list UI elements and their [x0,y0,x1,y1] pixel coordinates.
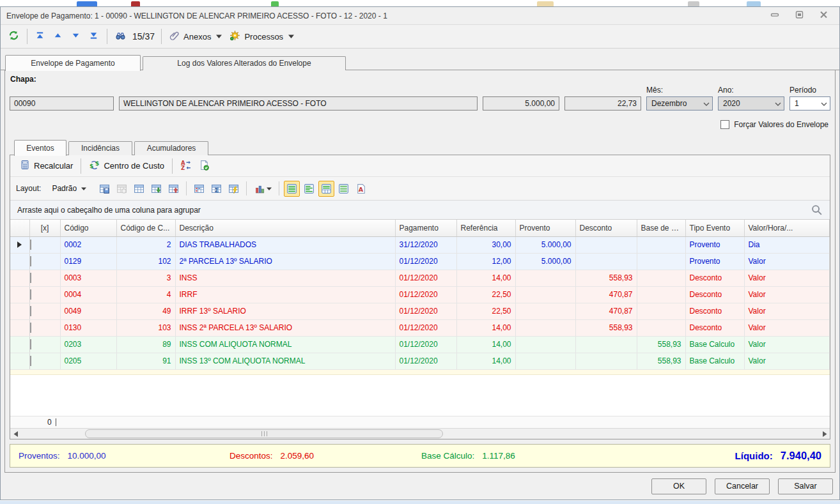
chevron-down-icon [81,187,86,190]
quick-calc-button[interactable] [226,181,242,197]
cell-referencia: 22,50 [456,303,515,319]
row-checkbox[interactable] [30,339,31,349]
anexos-button[interactable]: Anexos [166,27,226,45]
recalcular-button[interactable]: Recalcular [16,157,77,175]
forcar-valores-checkbox[interactable] [720,120,729,129]
grid-settings-button[interactable] [131,181,147,197]
liquido-value: 7.940,40 [781,450,821,462]
row-checkbox[interactable] [30,356,31,366]
row-checkbox-cell [29,336,60,353]
column-header-desconto[interactable]: Desconto [575,220,637,236]
ano-block: Ano: 2020 [718,86,784,111]
ano-select[interactable]: 2020 [718,96,784,111]
view-preview-button[interactable] [318,181,334,197]
next-record-button[interactable] [67,27,85,45]
ok-button[interactable]: OK [651,478,706,494]
maximize-button[interactable] [792,10,806,22]
record-count: 0 [47,418,52,427]
last-record-button[interactable] [85,27,103,45]
layout-preset-button[interactable]: Padrão [47,180,91,197]
row-indicator-cell [10,236,29,253]
first-record-button[interactable] [31,27,49,45]
scroll-right-button[interactable] [819,429,830,439]
row-checkbox[interactable] [30,289,31,300]
group-by-bar[interactable]: Arraste aqui o cabeçalho de uma coluna p… [10,201,830,220]
previous-record-button[interactable] [49,27,67,45]
cell-tipo-evento: Provento [685,253,744,270]
column-header-valor-hora[interactable]: Valor/Hora/... [744,220,830,236]
centro-de-custo-button[interactable]: $$ Centro de Custo [85,157,168,175]
processos-button[interactable]: Processos [226,27,298,45]
row-checkbox[interactable] [30,240,31,250]
column-header-select[interactable]: [x] [29,220,60,236]
salario-field[interactable]: 5.000,00 [483,96,559,111]
row-checkbox[interactable] [30,306,31,316]
scrollbar-track[interactable] [21,429,819,439]
delete-layout-button[interactable] [114,181,130,197]
row-checkbox[interactable] [30,273,31,283]
table-row[interactable]: 0130 103 INSS 2ª PARCELA 13º SALARIO 01/… [10,319,830,336]
table-row[interactable]: 0205 91 INSS 13º COM ALIQUOTA NORMAL 01/… [10,353,830,369]
scroll-left-button[interactable] [10,429,21,439]
view-rows-button[interactable] [336,181,352,197]
totals-sigma-button[interactable]: Σ [208,181,224,197]
search-records-button[interactable] [111,27,130,45]
tab-incidencias[interactable]: Incidências [68,141,132,155]
column-header-tipo-evento[interactable]: Tipo Evento [685,220,744,236]
layout-label: Layout: [16,184,41,193]
cell-codigo: 0049 [60,303,116,319]
column-header-descri-o[interactable]: Descrição [175,220,395,236]
sort-az-button[interactable]: AZ [176,157,195,175]
font-style-button[interactable]: A [353,181,369,197]
mes-select[interactable]: Dezembro [646,96,713,111]
valor-hora-field[interactable]: 22,73 [564,96,641,111]
column-header-base-de-c-l[interactable]: Base de Cál... [637,220,685,236]
column-header-pagamento[interactable]: Pagamento [395,220,456,236]
document-check-button[interactable] [195,157,214,175]
view-rows-icon [338,183,349,194]
tab-acumuladores[interactable]: Acumuladores [134,141,208,155]
minimize-button[interactable] [768,10,782,22]
row-checkbox[interactable] [30,323,31,333]
table-row[interactable]: 0003 3 INSS 01/12/2020 14,00 558,93 Desc… [10,270,830,286]
table-row[interactable]: 0002 2 DIAS TRABALHADOS 31/12/2020 30,00… [10,236,830,253]
column-header-c-digo[interactable]: Código [60,220,116,236]
column-header-refer-ncia[interactable]: Referência [456,220,515,236]
view-grid-lines-button[interactable] [284,181,300,197]
text-caret [56,418,56,426]
grid-new-row-strip[interactable] [10,370,830,375]
save-layout-button[interactable] [97,181,113,197]
background-icon-fragment [688,1,699,6]
table-row[interactable]: 0004 4 IRRF 01/12/2020 22,50 470,87 Desc… [10,286,830,303]
tab-eventos[interactable]: Eventos [14,140,66,156]
conditional-format-button[interactable] [191,181,207,197]
salvar-button[interactable]: Salvar [778,478,833,494]
employee-name-field[interactable]: WELLINGTON DE ALENCAR PRIMEIRO ACESSO - … [119,96,478,111]
events-grid: [x]CódigoCódigo de C...DescriçãoPagament… [10,220,830,439]
column-header-c-digo-de-c[interactable]: Código de C... [116,220,175,236]
export-layout-button[interactable] [148,181,164,197]
centro-de-custo-label: Centro de Custo [104,161,164,171]
close-button[interactable] [816,10,830,22]
cancelar-button[interactable]: Cancelar [715,478,770,494]
scrollbar-thumb[interactable] [85,429,443,438]
chapa-field[interactable]: 00090 [10,96,114,111]
tab-envelope-de-pagamento[interactable]: Envelope de Pagamento [5,55,141,71]
row-checkbox-cell [29,319,60,336]
table-row[interactable]: 0203 89 INSS COM ALIQUOTA NORMAL 01/12/2… [10,336,830,353]
chart-button[interactable] [251,181,274,197]
periodo-select[interactable]: 1 [789,96,830,111]
import-layout-button[interactable] [166,181,182,197]
events-table: [x]CódigoCódigo de C...DescriçãoPagament… [10,220,830,370]
tab-log-valores-alterados[interactable]: Log dos Valores Alterados do Envelope [143,56,346,70]
table-row[interactable]: 0129 102 2ª PARCELA 13º SALARIO 01/12/20… [10,253,830,270]
column-header-provento[interactable]: Provento [515,220,575,236]
row-indicator-cell [10,286,29,303]
table-row[interactable]: 0049 49 IRRF 13º SALARIO 01/12/2020 22,5… [10,303,830,319]
search-icon[interactable] [811,204,823,216]
row-checkbox[interactable] [30,256,31,266]
refresh-button[interactable] [4,27,23,45]
row-checkbox-cell [29,236,60,253]
cell-tipo-evento: Desconto [685,303,744,319]
view-bands-button[interactable] [301,181,317,197]
